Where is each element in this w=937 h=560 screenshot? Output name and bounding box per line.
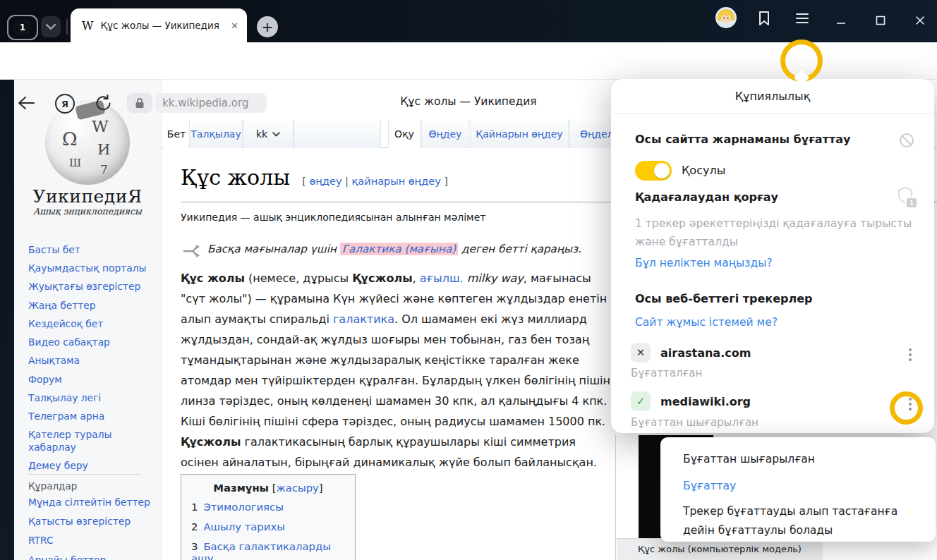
sidebar-tool-link[interactable]: Мұнда сілтейтін беттер bbox=[28, 497, 154, 509]
tracker-domain: airastana.com bbox=[660, 346, 751, 360]
tracker-row-allowed: ✓ mediawiki.org bbox=[631, 391, 751, 411]
sidebar-link[interactable]: Басты бет bbox=[28, 244, 154, 256]
ad-block-toggle[interactable] bbox=[635, 161, 672, 181]
sidebar-link[interactable]: Форум bbox=[28, 374, 154, 386]
sidebar-link[interactable]: Кездейсоқ бет bbox=[28, 318, 154, 330]
lock-icon bbox=[135, 97, 145, 109]
sidebar-tool-link[interactable]: Арнайы беттер bbox=[28, 554, 154, 560]
sidebar-tool-link[interactable]: Қатысты өзгерістер bbox=[28, 516, 154, 528]
wikipedia-tagline: Ашық энциклопедиясы bbox=[14, 206, 161, 217]
toggle-knob bbox=[654, 163, 670, 178]
block-circle-icon bbox=[899, 133, 914, 148]
avatar[interactable] bbox=[715, 7, 737, 28]
tab-close-icon[interactable]: ✕ bbox=[231, 20, 238, 31]
maximize-icon bbox=[876, 16, 885, 25]
tab-list-chevron-button[interactable] bbox=[41, 16, 61, 37]
site-broken-link[interactable]: Сайт жұмыс істемей ме? bbox=[635, 316, 778, 329]
trackers-section-title: Осы веб-беттегі трекерлер bbox=[635, 292, 813, 305]
reload-icon bbox=[95, 94, 111, 112]
site-security-button[interactable] bbox=[127, 93, 152, 113]
browser-menu-button[interactable] bbox=[794, 11, 810, 25]
tracker-dropdown-menu: Бұғаттан шығарылған Бұғаттау Трекер бұға… bbox=[660, 437, 936, 542]
tracker-domain: mediawiki.org bbox=[660, 395, 751, 408]
blocked-x-icon: ✕ bbox=[631, 343, 651, 363]
wiki-tab-page[interactable]: Бет bbox=[164, 120, 189, 148]
sidebar-link[interactable]: Жуықтағы өзгерістер bbox=[28, 281, 154, 293]
toolbar-page-title: Құс жолы — Уикипедия bbox=[327, 95, 610, 108]
toc-item[interactable]: 2Ашылу тарихы bbox=[191, 521, 345, 532]
allowed-check-icon: ✓ bbox=[631, 391, 651, 411]
chevron-down-icon bbox=[272, 132, 280, 137]
hamburger-menu-icon bbox=[794, 11, 810, 25]
tracker-row-blocked: ✕ airastana.com bbox=[631, 343, 751, 363]
article-edit-links[interactable]: [ өңдеу | қайнарын өңдеу ] bbox=[302, 176, 448, 187]
toc-item[interactable]: 1Этимологиясы bbox=[191, 501, 345, 513]
bookmark-outline-icon bbox=[755, 9, 773, 28]
logo-glyph-w: W bbox=[92, 117, 109, 135]
wiki-tab-blank bbox=[294, 120, 381, 148]
toc-box: Мазмұны [жасыру] 1Этимологиясы 2Ашылу та… bbox=[181, 474, 356, 560]
hatnote: Басқа мағыналар үшін Галактика (мағына) … bbox=[182, 243, 605, 258]
sidebar-link[interactable]: Анықтама bbox=[28, 355, 154, 367]
disambiguation-icon bbox=[182, 244, 200, 258]
sidebar-link[interactable]: Жаңа беттер bbox=[28, 300, 154, 312]
sidebar-tools-header: Құралдар bbox=[28, 474, 141, 492]
wiki-tab-read[interactable]: Оқу bbox=[388, 120, 421, 148]
window-minimize-button[interactable] bbox=[827, 8, 855, 32]
sidebar-nav: Басты бетҚауымдастық порталыЖуықтағы өзг… bbox=[28, 244, 154, 472]
back-arrow-icon bbox=[17, 95, 35, 111]
collections-button[interactable] bbox=[755, 9, 773, 28]
minimize-icon bbox=[836, 16, 846, 25]
new-tab-button[interactable]: + bbox=[257, 16, 278, 37]
wikipedia-wordmark: УикипедиЯ bbox=[14, 186, 161, 207]
topbar-divider bbox=[66, 19, 68, 35]
sidebar-link[interactable]: Телеграм арна bbox=[28, 410, 154, 422]
ad-block-toggle-label: Қосулы bbox=[682, 164, 725, 177]
privacy-panel-title: Құпиялылық bbox=[611, 79, 934, 114]
window-maximize-button[interactable] bbox=[866, 8, 895, 32]
wiki-tab-edit-source[interactable]: Қайнарын өңдеу bbox=[470, 120, 569, 148]
menu-note: Трекер бұғаттауды алып тастағанға дейін … bbox=[683, 502, 916, 540]
wiki-lang-code: kk bbox=[256, 128, 267, 140]
tab-title: Құс жолы — Уикипедия bbox=[100, 20, 225, 31]
window-close-button[interactable] bbox=[906, 8, 934, 32]
address-bar[interactable]: kk.wikipedia.org bbox=[155, 93, 267, 113]
sidebar-link[interactable]: Видео сабақтар bbox=[28, 336, 154, 348]
mini-shield-icon: 1 bbox=[897, 186, 914, 206]
window-left-edge bbox=[0, 79, 14, 560]
browser-tab[interactable]: W Құс жолы — Уикипедия ✕ bbox=[71, 8, 247, 42]
back-button[interactable] bbox=[17, 95, 35, 111]
tab-counter-button[interactable]: 1 bbox=[7, 15, 38, 40]
tab-count-badge: 1 bbox=[14, 20, 31, 35]
wiki-lang-dropdown[interactable]: kk bbox=[243, 120, 294, 148]
sidebar-tools: Мұнда сілтейтін беттерҚатысты өзгерістер… bbox=[28, 497, 154, 560]
logo-glyph-i: И bbox=[97, 141, 110, 158]
menu-block-action[interactable]: Бұғаттау bbox=[683, 480, 736, 492]
sidebar-tool-link[interactable]: RTRC bbox=[28, 535, 154, 547]
wiki-tab-talk[interactable]: Талқылау bbox=[189, 120, 243, 148]
sidebar-link[interactable]: Талқылау легі bbox=[28, 392, 154, 404]
highlight-ring-kebab bbox=[890, 391, 923, 425]
yandex-button[interactable]: Я bbox=[55, 94, 75, 114]
tracker-menu-button[interactable] bbox=[909, 348, 912, 361]
tracking-description: 1 трекер әрекеттеріңізді қадағалауға тыр… bbox=[635, 214, 919, 251]
wiki-tab-edit[interactable]: Өңдеу bbox=[421, 120, 469, 148]
wikipedia-favicon: W bbox=[82, 19, 93, 32]
toc-item[interactable]: 3Басқа галактикаларды ашу bbox=[191, 540, 345, 560]
sidebar-link[interactable]: Демеу беру bbox=[28, 460, 154, 472]
why-important-link[interactable]: Бұл неліктен маңызды? bbox=[635, 257, 773, 269]
sidebar-link[interactable]: Қателер туралы хабарлау bbox=[28, 429, 154, 453]
wikipedia-logo[interactable]: Ω W И 7 Ш bbox=[45, 100, 130, 185]
logo-glyph-7: 7 bbox=[100, 162, 108, 176]
user-avatar-icon bbox=[715, 7, 737, 28]
toc-items: 1Этимологиясы 2Ашылу тарихы 3Басқа галак… bbox=[191, 501, 345, 560]
menu-state-label: Бұғаттан шығарылған bbox=[683, 453, 815, 465]
close-icon bbox=[915, 16, 925, 25]
logo-glyph-omega: Ω bbox=[62, 128, 78, 150]
article-intro: Құс жолы (немесе, дұрысы Құсжолы, ағылш.… bbox=[181, 268, 615, 473]
sidebar-link[interactable]: Қауымдастық порталы bbox=[28, 262, 154, 274]
reload-button[interactable] bbox=[95, 94, 111, 112]
logo-glyph-sha: Ш bbox=[69, 157, 81, 169]
toc-title[interactable]: Мазмұны [жасыру] bbox=[191, 482, 345, 494]
hatnote-text: Басқа мағыналар үшін Галактика (мағына) … bbox=[207, 243, 581, 255]
